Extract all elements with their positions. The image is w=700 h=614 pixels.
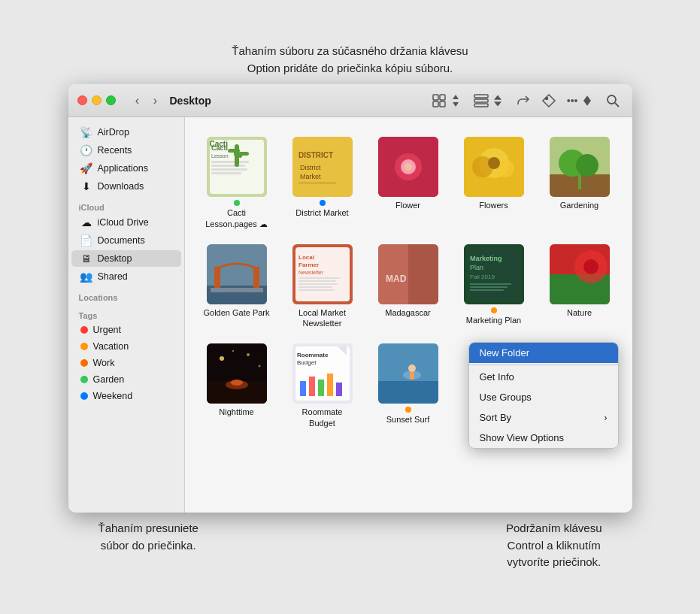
file-name: RoommateBudget — [302, 407, 343, 428]
file-item-flower[interactable]: Flower — [367, 131, 450, 235]
file-name: CactiLesson.pages ☁ — [205, 207, 268, 229]
tag-dot-garden — [80, 376, 88, 383]
sidebar-tag-vacation[interactable]: Vacation — [71, 339, 181, 354]
svg-rect-95 — [318, 380, 324, 396]
context-item-sort-by[interactable]: Sort By › — [469, 407, 618, 428]
submenu-arrow: › — [605, 413, 608, 423]
svg-marker-13 — [583, 101, 591, 106]
svg-point-85 — [258, 365, 260, 367]
file-item-cacti[interactable]: Cacti Lesson — [195, 131, 278, 235]
file-item-nighttime[interactable]: Nighttime — [195, 337, 278, 434]
tag-button[interactable] — [538, 92, 559, 110]
svg-rect-93 — [300, 381, 306, 396]
search-button[interactable] — [602, 92, 623, 110]
context-item-new-folder[interactable]: New Folder — [469, 343, 618, 363]
context-item-use-groups[interactable]: Use Groups — [469, 387, 618, 407]
file-dot — [320, 200, 326, 206]
annotation-top-line2: Option pridáte do priečinka kópiu súboru… — [68, 60, 632, 77]
shared-icon: 👥 — [80, 271, 92, 283]
sidebar-tag-weekend[interactable]: Weekend — [71, 389, 181, 404]
sidebar-tag-work[interactable]: Work — [71, 355, 181, 371]
file-name-row — [320, 200, 326, 206]
sidebar-item-applications[interactable]: 🚀 Applications — [71, 160, 181, 177]
more-button[interactable]: ••• — [564, 92, 598, 110]
svg-rect-20 — [211, 161, 249, 163]
svg-point-102 — [408, 364, 416, 372]
svg-rect-7 — [474, 99, 488, 102]
locations-section-label: Locations — [68, 289, 184, 304]
svg-rect-64 — [298, 289, 335, 291]
sidebar-item-documents[interactable]: 📄 Documents — [71, 232, 181, 249]
file-item-local-market[interactable]: Local Farmer Newsletter Local MarketNews… — [281, 238, 364, 335]
maximize-button[interactable] — [106, 95, 116, 105]
back-button[interactable]: ‹ — [129, 92, 146, 109]
svg-rect-28 — [238, 152, 242, 158]
svg-point-37 — [405, 163, 412, 171]
file-item-roommate[interactable]: Roommate Budget RoommateBudget — [281, 337, 364, 434]
file-item-district[interactable]: DISTRICT District Market District Market — [281, 131, 364, 235]
file-name: District Market — [295, 207, 348, 218]
forward-button[interactable]: › — [147, 92, 164, 109]
file-name-row — [491, 307, 497, 313]
svg-line-15 — [615, 103, 619, 107]
file-thumb-sunset — [378, 343, 438, 404]
svg-point-42 — [488, 157, 500, 169]
file-item-sunset[interactable]: Sunset Surf — [367, 337, 450, 434]
svg-point-80 — [583, 259, 598, 274]
icloud-icon: ☁ — [80, 216, 92, 228]
file-name: Sunset Surf — [386, 414, 429, 425]
toolbar-right: ••• — [429, 92, 623, 110]
sidebar-tag-garden[interactable]: Garden — [71, 372, 181, 387]
context-item-show-view-options[interactable]: Show View Options — [469, 428, 618, 448]
svg-rect-8 — [474, 104, 488, 107]
file-name-row — [405, 407, 411, 413]
file-thumb-marketing: Marketing Plan Fall 2019 — [464, 244, 524, 304]
svg-rect-63 — [298, 286, 332, 288]
tag-label: Urgent — [93, 325, 122, 335]
sidebar-item-icloud-drive[interactable]: ☁ iCloud Drive — [71, 214, 181, 231]
file-thumb-nature — [550, 244, 610, 304]
svg-point-46 — [576, 154, 598, 177]
svg-rect-60 — [298, 277, 340, 279]
share-button[interactable] — [513, 92, 534, 110]
file-name: Madagascar — [385, 307, 431, 318]
tag-dot-work — [80, 359, 88, 367]
context-item-get-info[interactable]: Get Info — [469, 367, 618, 387]
view-icon-list[interactable] — [471, 92, 508, 110]
close-button[interactable] — [77, 95, 87, 105]
sidebar-item-shared[interactable]: 👥 Shared — [71, 268, 181, 285]
file-item-marketing[interactable]: Marketing Plan Fall 2019 Marketing Plan — [453, 238, 535, 335]
sidebar-item-label: AirDrop — [98, 127, 129, 138]
sidebar: 📡 AirDrop 🕐 Recents 🚀 Applications ⬇ Dow… — [68, 117, 185, 513]
file-thumb-flowers — [464, 137, 524, 197]
tags-section-label: Tags — [68, 307, 184, 322]
sidebar-tag-urgent[interactable]: Urgent — [71, 322, 181, 337]
annotation-bottom: Ťahaním presuniete súbor do priečinka. P… — [68, 520, 632, 571]
svg-marker-4 — [453, 95, 459, 99]
svg-rect-96 — [327, 374, 333, 396]
sidebar-item-desktop[interactable]: 🖥 Desktop — [71, 250, 181, 267]
svg-text:District: District — [300, 164, 321, 171]
sidebar-item-downloads[interactable]: ⬇ Downloads — [71, 178, 181, 195]
file-name: Flower — [395, 200, 420, 210]
svg-rect-76 — [470, 289, 504, 291]
view-icon-grid[interactable] — [429, 92, 466, 110]
sidebar-item-airdrop[interactable]: 📡 AirDrop — [71, 124, 181, 141]
file-thumb-golden-gate — [207, 244, 267, 304]
file-item-golden-gate[interactable]: Golden Gate Park — [195, 238, 278, 335]
file-item-nature[interactable]: Nature — [538, 238, 621, 335]
minimize-button[interactable] — [92, 95, 102, 105]
svg-text:Budget: Budget — [297, 359, 317, 366]
file-name: Nature — [567, 307, 592, 318]
svg-text:Farmer: Farmer — [298, 262, 319, 268]
sidebar-item-recents[interactable]: 🕐 Recents — [71, 142, 181, 159]
file-item-gardening[interactable]: Gardening — [538, 131, 621, 235]
annotation-bottom-right: Podržaním klávesu Control a kliknutím vy… — [506, 520, 602, 571]
svg-text:Roommate: Roommate — [297, 352, 329, 358]
tag-label: Garden — [93, 374, 125, 385]
file-item-madagascar[interactable]: MAD Madagascar — [367, 238, 450, 335]
sidebar-item-label: Recents — [98, 145, 132, 156]
svg-rect-54 — [211, 288, 263, 292]
file-name: Golden Gate Park — [203, 307, 269, 318]
file-item-flowers[interactable]: Flowers — [453, 131, 535, 235]
